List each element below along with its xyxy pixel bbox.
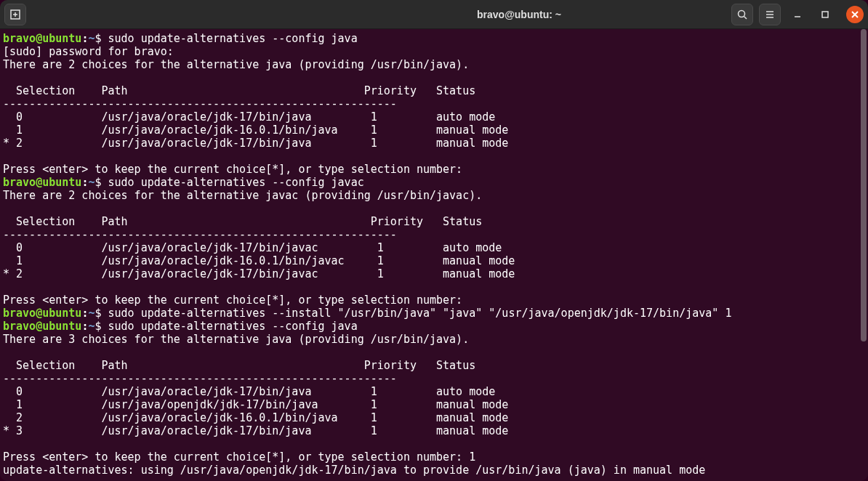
prompt-dollar: $ <box>95 176 108 189</box>
new-tab-button[interactable] <box>4 4 26 25</box>
prompt-dollar: $ <box>95 32 108 45</box>
table-header: Selection Path Priority Status <box>3 84 475 97</box>
scrollbar[interactable] <box>859 29 868 481</box>
terminal-window: bravo@ubuntu: ~ bravo@ubuntu:~$ sudo upd… <box>0 0 868 481</box>
prompt-host: ubuntu <box>42 320 81 333</box>
prompt-at: @ <box>36 320 42 333</box>
command-line: sudo update-alternatives --install "/usr… <box>108 307 732 320</box>
table-header: Selection Path Priority Status <box>3 359 475 372</box>
prompt-line: Press <enter> to keep the current choice… <box>3 450 475 464</box>
close-button[interactable] <box>846 6 864 23</box>
table-row: 0 /usr/java/oracle/jdk-17/bin/java 1 aut… <box>3 385 495 398</box>
minimize-icon <box>792 9 803 20</box>
prompt-user: bravo <box>3 307 36 320</box>
prompt-line: Press <enter> to keep the current choice… <box>3 294 462 307</box>
command-line: sudo update-alternatives --config java <box>108 320 358 333</box>
command-line: sudo update-alternatives --config java <box>108 32 358 45</box>
prompt-host: ubuntu <box>42 32 81 45</box>
prompt-line: Press <enter> to keep the current choice… <box>3 163 462 176</box>
prompt-host: ubuntu <box>42 176 81 189</box>
table-row: * 2 /usr/java/oracle/jdk-17/bin/java 1 m… <box>3 137 508 150</box>
maximize-button[interactable] <box>814 4 836 25</box>
search-icon <box>736 9 748 20</box>
table-separator: ----------------------------------------… <box>3 372 397 385</box>
prompt-user: bravo <box>3 176 36 189</box>
output-line: [sudo] password for bravo: <box>3 45 174 58</box>
close-icon <box>849 9 861 20</box>
terminal-output[interactable]: bravo@ubuntu:~$ sudo update-alternatives… <box>0 29 859 481</box>
new-tab-icon <box>9 9 21 20</box>
table-row: * 3 /usr/java/oracle/jdk-17/bin/java 1 m… <box>3 424 508 437</box>
table-header: Selection Path Priority Status <box>3 215 482 228</box>
maximize-icon <box>819 9 831 20</box>
svg-rect-9 <box>822 12 828 17</box>
prompt-dollar: $ <box>95 307 108 320</box>
table-separator: ----------------------------------------… <box>3 228 397 241</box>
table-row: 1 /usr/java/oracle/jdk-16.0.1/bin/java 1… <box>3 124 508 137</box>
output-line: update-alternatives: using /usr/java/ope… <box>3 464 705 477</box>
prompt-at: @ <box>36 176 42 189</box>
search-button[interactable] <box>731 4 753 25</box>
output-line: There are 3 choices for the alternative … <box>3 333 469 346</box>
svg-line-4 <box>744 16 747 19</box>
window-title: bravo@ubuntu: ~ <box>311 9 727 20</box>
table-row: 0 /usr/java/oracle/jdk-17/bin/java 1 aut… <box>3 110 495 124</box>
output-line: There are 2 choices for the alternative … <box>3 189 482 202</box>
table-row: 1 /usr/java/openjdk/jdk-17/bin/java 1 ma… <box>3 398 508 411</box>
table-row: * 2 /usr/java/oracle/jdk-17/bin/javac 1 … <box>3 267 515 280</box>
table-row: 0 /usr/java/oracle/jdk-17/bin/javac 1 au… <box>3 241 502 254</box>
prompt-dollar: $ <box>95 320 108 333</box>
table-row: 2 /usr/java/oracle/jdk-16.0.1/bin/java 1… <box>3 411 508 424</box>
prompt-user: bravo <box>3 32 36 45</box>
svg-point-3 <box>739 10 745 17</box>
scrollbar-thumb[interactable] <box>861 29 867 341</box>
menu-button[interactable] <box>759 4 781 25</box>
minimize-button[interactable] <box>787 4 808 25</box>
prompt-at: @ <box>36 307 42 320</box>
prompt-user: bravo <box>3 320 36 333</box>
titlebar: bravo@ubuntu: ~ <box>0 0 868 29</box>
command-line: sudo update-alternatives --config javac <box>108 176 364 189</box>
prompt-at: @ <box>36 32 42 45</box>
table-row: 1 /usr/java/oracle/jdk-16.0.1/bin/javac … <box>3 254 515 267</box>
hamburger-icon <box>764 9 776 20</box>
output-line: There are 2 choices for the alternative … <box>3 58 469 71</box>
prompt-host: ubuntu <box>42 307 81 320</box>
table-separator: ----------------------------------------… <box>3 97 397 110</box>
